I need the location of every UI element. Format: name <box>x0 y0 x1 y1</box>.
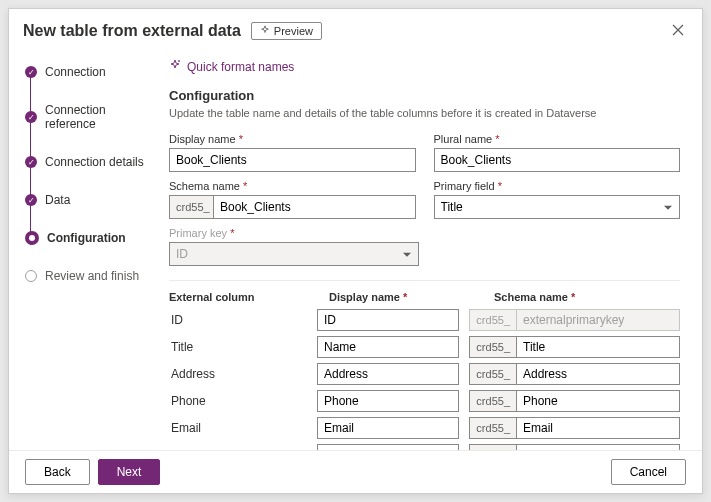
column-schema-name-input <box>516 309 680 331</box>
column-schema-name-input[interactable] <box>516 390 680 412</box>
column-schema-name-input[interactable] <box>516 363 680 385</box>
step-dot-icon <box>25 270 37 282</box>
column-display-name-input[interactable] <box>317 363 459 385</box>
preview-icon <box>260 25 270 37</box>
step-dot-icon <box>25 66 37 78</box>
step-dot-icon <box>25 194 37 206</box>
column-display-name-input[interactable] <box>317 390 459 412</box>
schema-prefix: crd55_ <box>469 309 516 331</box>
step-dot-icon <box>25 231 39 245</box>
columns-header-row: External column Display name * Schema na… <box>169 291 680 303</box>
schema-name-label: Schema name * <box>169 180 416 192</box>
column-row: Addresscrd55_ <box>169 363 680 385</box>
modal-body: ConnectionConnection referenceConnection… <box>9 53 702 450</box>
sparkle-icon <box>169 59 181 74</box>
wizard-step-data[interactable]: Data <box>25 193 157 207</box>
primary-field-label: Primary field * <box>434 180 681 192</box>
primary-key-label: Primary key * <box>169 227 419 239</box>
step-label: Configuration <box>47 231 126 245</box>
config-subheading: Update the table name and details of the… <box>169 107 680 119</box>
plural-name-input[interactable] <box>434 148 681 172</box>
display-name-label: Display name * <box>169 133 416 145</box>
header-external-column: External column <box>169 291 319 303</box>
step-dot-icon <box>25 156 37 168</box>
column-display-name-input[interactable] <box>317 309 459 331</box>
column-schema-name-input[interactable] <box>516 444 680 450</box>
plural-name-label: Plural name * <box>434 133 681 145</box>
step-label: Data <box>45 193 70 207</box>
schema-name-prefix: crd55_ <box>169 195 213 219</box>
header-schema-name: Schema name * <box>494 291 680 303</box>
step-dot-icon <box>25 111 37 123</box>
wizard-step-connection[interactable]: Connection <box>25 65 157 79</box>
svg-point-0 <box>179 61 180 62</box>
display-name-input[interactable] <box>169 148 416 172</box>
schema-prefix: crd55_ <box>469 444 516 450</box>
close-icon <box>672 24 684 36</box>
cancel-button[interactable]: Cancel <box>611 459 686 485</box>
preview-label: Preview <box>274 25 313 37</box>
modal-header: New table from external data Preview <box>9 9 702 53</box>
config-heading: Configuration <box>169 88 680 103</box>
wizard-sidebar: ConnectionConnection referenceConnection… <box>9 53 157 450</box>
column-display-name-input[interactable] <box>317 336 459 358</box>
step-label: Connection details <box>45 155 144 169</box>
column-row: Titlecrd55_ <box>169 336 680 358</box>
column-row: Emailcrd55_ <box>169 417 680 439</box>
primary-field-select[interactable] <box>434 195 681 219</box>
schema-name-input[interactable] <box>213 195 416 219</box>
quick-format-label: Quick format names <box>187 60 294 74</box>
section-divider <box>169 280 680 281</box>
wizard-step-review-and-finish[interactable]: Review and finish <box>25 269 157 283</box>
external-column-name: Email <box>169 421 307 435</box>
modal-title: New table from external data <box>23 22 241 40</box>
primary-key-select <box>169 242 419 266</box>
back-button[interactable]: Back <box>25 459 90 485</box>
schema-prefix: crd55_ <box>469 336 516 358</box>
quick-format-names-link[interactable]: Quick format names <box>169 59 680 74</box>
schema-prefix: crd55_ <box>469 390 516 412</box>
step-label: Connection reference <box>45 103 157 131</box>
column-schema-name-input[interactable] <box>516 417 680 439</box>
column-row: IDcrd55_ <box>169 309 680 331</box>
column-schema-name-input[interactable] <box>516 336 680 358</box>
step-label: Connection <box>45 65 106 79</box>
step-label: Review and finish <box>45 269 139 283</box>
external-column-name: ID <box>169 313 307 327</box>
schema-prefix: crd55_ <box>469 417 516 439</box>
modal-footer: Back Next Cancel <box>9 450 702 493</box>
next-button[interactable]: Next <box>98 459 161 485</box>
external-column-name: Modified <box>169 448 307 450</box>
preview-button[interactable]: Preview <box>251 22 322 40</box>
external-column-name: Title <box>169 340 307 354</box>
wizard-step-connection-reference[interactable]: Connection reference <box>25 103 157 131</box>
close-button[interactable] <box>668 19 688 43</box>
external-column-name: Address <box>169 367 307 381</box>
schema-prefix: crd55_ <box>469 363 516 385</box>
wizard-step-connection-details[interactable]: Connection details <box>25 155 157 169</box>
header-display-name: Display name * <box>329 291 484 303</box>
wizard-step-configuration[interactable]: Configuration <box>25 231 157 245</box>
external-column-name: Phone <box>169 394 307 408</box>
modal-new-table: New table from external data Preview Con… <box>8 8 703 494</box>
column-row: Phonecrd55_ <box>169 390 680 412</box>
column-row: Modifiedcrd55_ <box>169 444 680 450</box>
content-area[interactable]: Quick format names Configuration Update … <box>157 53 702 450</box>
column-display-name-input[interactable] <box>317 417 459 439</box>
column-display-name-input[interactable] <box>317 444 459 450</box>
